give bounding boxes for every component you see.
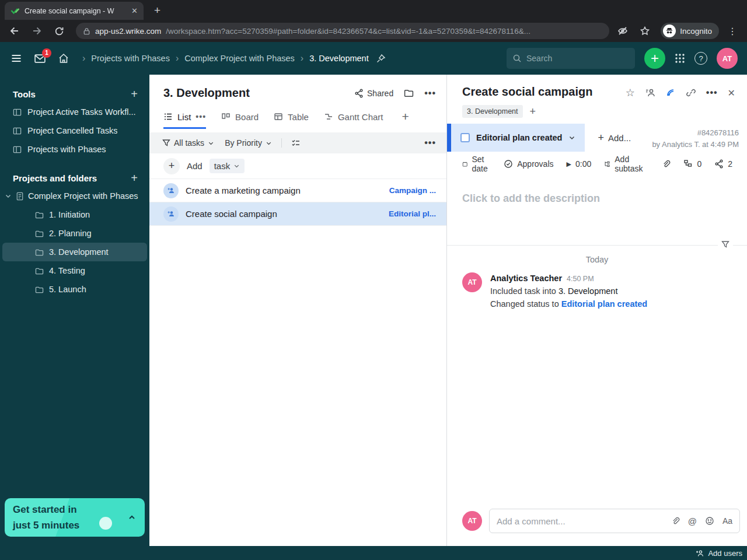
- url-bar[interactable]: app-us2.wrike.com/workspace.htm?acc=5270…: [76, 23, 609, 39]
- add-users-label[interactable]: Add users: [708, 549, 742, 558]
- status-selector[interactable]: Editorial plan created: [451, 124, 585, 152]
- assignees-icon[interactable]: [645, 88, 655, 98]
- share-button[interactable]: 2: [714, 159, 732, 169]
- comment-input[interactable]: [497, 516, 663, 526]
- tab-list[interactable]: List •••: [163, 104, 206, 129]
- paperclip-icon: [662, 159, 671, 169]
- follow-icon[interactable]: [665, 88, 676, 98]
- tab-table[interactable]: Table: [274, 104, 309, 129]
- reload-icon[interactable]: [50, 22, 68, 40]
- sidebar-phase-planning[interactable]: 2. Planning: [2, 224, 147, 243]
- assignee-add-icon[interactable]: [163, 206, 179, 222]
- sidebar-phase-launch[interactable]: 5. Launch: [2, 280, 147, 299]
- inbox-icon[interactable]: 1: [34, 52, 46, 65]
- help-icon[interactable]: ?: [694, 52, 707, 65]
- approvals-button[interactable]: Approvals: [504, 159, 553, 169]
- star-icon[interactable]: ☆: [626, 86, 635, 99]
- emoji-icon[interactable]: [705, 516, 714, 526]
- mention-icon[interactable]: @: [688, 516, 697, 526]
- back-icon[interactable]: [6, 22, 23, 40]
- task-more-icon[interactable]: •••: [706, 88, 718, 98]
- format-icon[interactable]: Aa: [722, 516, 732, 526]
- avatar: AT: [462, 511, 482, 531]
- home-icon[interactable]: [58, 52, 69, 64]
- attach-icon[interactable]: [671, 516, 680, 526]
- task-status[interactable]: Campaign ...: [389, 186, 436, 195]
- add-label[interactable]: Add: [187, 161, 203, 171]
- forward-icon[interactable]: [28, 22, 46, 40]
- new-tab-button[interactable]: +: [154, 4, 160, 17]
- pin-icon[interactable]: [376, 54, 386, 64]
- breadcrumb-item[interactable]: Projects with Phases: [91, 54, 170, 63]
- task-status[interactable]: Editorial pl...: [389, 209, 436, 218]
- add-subtask-label: Add subtask: [615, 155, 645, 173]
- search-box[interactable]: [507, 48, 635, 69]
- add-type-selector[interactable]: task: [210, 159, 245, 173]
- complete-checkbox[interactable]: [460, 133, 470, 142]
- permalink-icon[interactable]: [686, 88, 696, 98]
- plus-icon: +: [598, 132, 604, 144]
- tab-title: Create social campaign - W: [25, 7, 127, 15]
- browser-tab[interactable]: Create social campaign - W ✕: [5, 2, 144, 20]
- add-tag-button[interactable]: +: [530, 106, 536, 118]
- create-button[interactable]: +: [644, 48, 665, 69]
- sidebar-phase-initiation[interactable]: 1. Initiation: [2, 205, 147, 224]
- add-tool-button[interactable]: +: [131, 88, 138, 101]
- more-options-icon[interactable]: •••: [424, 88, 436, 99]
- chevron-down-icon[interactable]: [5, 192, 12, 200]
- tab-gantt[interactable]: Gantt Chart: [324, 104, 383, 129]
- sidebar-item-active-tasks[interactable]: Project Active Tasks Workfl...: [0, 103, 149, 121]
- task-row[interactable]: Create a marketing campaign Campaign ...: [149, 179, 446, 202]
- hamburger-menu-icon[interactable]: [11, 52, 22, 64]
- sort-filter[interactable]: By Priority: [225, 138, 272, 148]
- bookmark-star-icon[interactable]: [636, 22, 654, 40]
- project-root-label: Complex Project with Phases: [28, 191, 138, 201]
- tools-title: Tools: [13, 89, 131, 99]
- set-date-button[interactable]: Set date: [462, 155, 491, 173]
- add-custom-field-button[interactable]: + Add...: [585, 124, 644, 152]
- task-scope-filter[interactable]: All tasks: [162, 138, 214, 148]
- breadcrumb-current[interactable]: 3. Development: [309, 54, 369, 63]
- filter-more-icon[interactable]: •••: [424, 138, 436, 148]
- search-input[interactable]: [526, 54, 629, 63]
- eye-off-icon[interactable]: [614, 22, 631, 40]
- set-date-label: Set date: [472, 155, 491, 173]
- sidebar-item-projects-with-phases[interactable]: Projects with Phases: [0, 140, 149, 159]
- folder-icon[interactable]: [404, 89, 414, 97]
- sidebar-item-cancelled-tasks[interactable]: Project Cancelled Tasks: [0, 121, 149, 140]
- phase-label: 2. Planning: [49, 229, 92, 238]
- user-avatar[interactable]: AT: [717, 48, 738, 69]
- checklist-icon[interactable]: [291, 138, 301, 148]
- sidebar-item-label: Projects with Phases: [27, 145, 106, 154]
- add-view-button[interactable]: +: [402, 110, 409, 124]
- chevron-up-icon[interactable]: [127, 513, 137, 522]
- dependencies-button[interactable]: 0: [683, 159, 701, 169]
- sidebar-phase-development[interactable]: 3. Development: [2, 243, 147, 261]
- comment-box[interactable]: @ Aa: [489, 509, 740, 533]
- shared-button[interactable]: Shared: [354, 89, 393, 98]
- folder-tag[interactable]: 3. Development: [462, 105, 523, 118]
- get-started-promo[interactable]: Get started in just 5 minutes: [5, 498, 145, 537]
- browser-menu-icon[interactable]: ⋮: [724, 22, 741, 40]
- add-project-button[interactable]: +: [131, 172, 138, 185]
- task-row-selected[interactable]: Create social campaign Editorial pl...: [149, 202, 446, 226]
- phase-label: 3. Development: [49, 247, 109, 257]
- timer-button[interactable]: ▶ 0:00: [567, 159, 592, 169]
- assignee-add-icon[interactable]: [163, 183, 179, 198]
- breadcrumb-item[interactable]: Complex Project with Phases: [184, 54, 295, 63]
- attach-button[interactable]: [662, 159, 671, 169]
- sidebar-phase-testing[interactable]: 4. Testing: [2, 261, 147, 280]
- folder-icon: [35, 267, 44, 275]
- description-area[interactable]: Click to add the description: [447, 176, 747, 245]
- tab-more-icon[interactable]: •••: [196, 112, 206, 121]
- apps-grid-icon[interactable]: [675, 53, 685, 64]
- stream-filter-icon[interactable]: [718, 240, 733, 249]
- tab-close-icon[interactable]: ✕: [131, 6, 138, 15]
- task-meta: #842678116 by Analytics T. at 4:49 PM: [652, 124, 747, 152]
- close-icon[interactable]: ✕: [728, 88, 735, 99]
- add-subtask-button[interactable]: Add subtask: [604, 155, 645, 173]
- activity-status-link[interactable]: Editorial plan created: [561, 299, 647, 309]
- tab-board[interactable]: Board: [221, 104, 259, 129]
- add-task-plus-button[interactable]: +: [163, 158, 180, 174]
- sidebar-project-root[interactable]: Complex Project with Phases: [0, 187, 149, 205]
